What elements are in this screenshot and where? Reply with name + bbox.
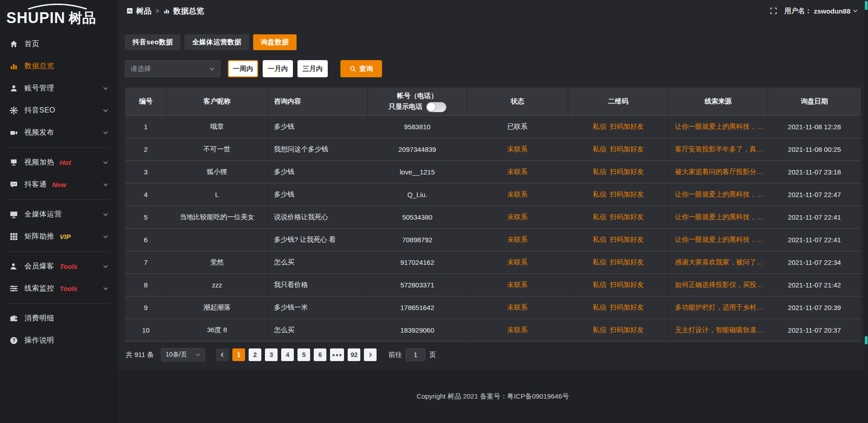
cell-content: 多少钱? 让我死心 看 (268, 229, 368, 251)
qr-action-link[interactable]: 私信 (593, 326, 606, 334)
qr-action-link[interactable]: 扫码加好友 (610, 213, 644, 221)
scrollbar-thumb[interactable] (865, 1, 868, 10)
page-button-1[interactable]: 1 (232, 348, 245, 361)
cell-status: 未联系 (467, 161, 568, 183)
filter-select[interactable]: 请选择 (125, 60, 221, 77)
cell-source[interactable]: 客厅安装投影半年多了，真实... (669, 138, 768, 161)
table-row: 4 L 多少钱 Q_Liu. 未联系 私信扫码加好友 让你一眼就爱上的黑科技，能… (125, 183, 861, 206)
goto-page-input[interactable] (406, 348, 425, 361)
period-button-week[interactable]: 一周内 (228, 60, 258, 77)
qr-action-link[interactable]: 扫码加好友 (610, 258, 644, 266)
sidebar-item-label: 消费明细 (24, 314, 54, 323)
user-menu[interactable]: 用户名：zswodun88 (784, 7, 858, 15)
cell-content: 怎么买 (268, 251, 368, 274)
phone-only-toggle[interactable] (426, 102, 446, 112)
home-icon (9, 40, 18, 49)
footer: Copyright 树品 2021 备案号：粤ICP备09019646号 (118, 370, 868, 423)
qr-action-link[interactable]: 扫码加好友 (610, 303, 644, 311)
cell-source[interactable]: 如何正确选择投影仪，买投影... (669, 274, 768, 296)
sidebar-item-account-manage[interactable]: 账号管理 (0, 77, 118, 99)
qr-action-link[interactable]: 扫码加好友 (610, 235, 644, 243)
sidebar-item-consume-detail[interactable]: 消费明细 (0, 307, 118, 329)
page-ellipsis-button[interactable]: ●●● (330, 348, 344, 361)
prev-page-button[interactable] (216, 348, 229, 361)
tab-media-operation-data[interactable]: 全媒体运营数据 (184, 34, 249, 50)
page-button-2[interactable]: 2 (249, 348, 261, 361)
cell-index: 7 (125, 251, 167, 274)
qr-action-link[interactable]: 扫码加好友 (610, 145, 644, 153)
sidebar-item-label: 视频加热 (24, 158, 54, 167)
qr-action-link[interactable]: 私信 (593, 190, 606, 198)
fullscreen-icon[interactable] (770, 7, 777, 14)
brand-logo[interactable]: SHUPIN 树品 (0, 0, 118, 28)
sidebar-item-home[interactable]: 首页 (0, 33, 118, 55)
sidebar-item-doukertong[interactable]: 抖客通New (0, 174, 118, 196)
cell-qrcode: 私信扫码加好友 (568, 229, 669, 251)
page-button-5[interactable]: 5 (297, 348, 310, 361)
page-size-select[interactable]: 10条/页 (161, 348, 205, 362)
scrollbar[interactable] (864, 0, 868, 423)
cell-source[interactable]: 被大家追着问的客厅投影分享... (669, 161, 768, 183)
tab-inquiry-data[interactable]: 询盘数据 (253, 34, 297, 50)
sidebar-item-clue-monitor[interactable]: 线索监控Tools (0, 277, 118, 300)
cell-source[interactable]: 无主灯设计，智能磁吸轨道灯... (669, 319, 768, 342)
qr-action-link[interactable]: 扫码加好友 (610, 168, 644, 175)
cell-qrcode: 私信扫码加好友 (568, 296, 669, 319)
cell-index: 4 (125, 183, 167, 206)
cell-source[interactable]: 感谢大家喜欢我家，被问了好... (669, 251, 768, 274)
page-button-4[interactable]: 4 (281, 348, 294, 361)
sidebar-item-matrix-boost[interactable]: 矩阵助推VIP (0, 226, 118, 248)
qr-action-link[interactable]: 私信 (593, 213, 606, 221)
sidebar-item-help[interactable]: ? 操作说明 (0, 329, 118, 352)
goto-suffix: 页 (429, 351, 436, 359)
cell-qrcode: 私信扫码加好友 (568, 183, 669, 206)
next-page-button[interactable] (364, 348, 377, 361)
qr-action-link[interactable]: 扫码加好友 (610, 190, 644, 198)
qr-action-link[interactable]: 私信 (593, 258, 606, 266)
page-button-92[interactable]: 92 (348, 348, 360, 361)
cell-qrcode: 私信扫码加好友 (568, 116, 669, 138)
qr-action-link[interactable]: 扫码加好友 (610, 122, 644, 130)
page-button-3[interactable]: 3 (265, 348, 278, 361)
cell-source[interactable]: 让你一眼就爱上的黑科技，能... (669, 229, 768, 251)
qr-action-link[interactable]: 私信 (593, 145, 606, 153)
cell-nickname: 不可一世 (167, 138, 268, 161)
cell-status: 未联系 (467, 229, 568, 251)
chevron-down-icon (103, 160, 108, 165)
qr-action-link[interactable]: 私信 (593, 235, 606, 243)
cell-nickname: zzz (167, 274, 268, 296)
period-button-quarter[interactable]: 三月内 (297, 60, 328, 77)
sidebar-item-douyin-seo[interactable]: 抖音SEO (0, 99, 118, 122)
cell-date: 2021-11-07 22:41 (768, 206, 861, 229)
tab-douyin-seo-data[interactable]: 抖音seo数据 (125, 34, 180, 50)
sidebar-item-video-heat[interactable]: 视频加热Hot (0, 151, 118, 174)
chat-icon (9, 180, 18, 189)
cell-source[interactable]: 让你一眼就爱上的黑科技，能... (669, 116, 768, 138)
qr-action-link[interactable]: 私信 (593, 122, 606, 130)
cell-index: 1 (125, 116, 167, 138)
cell-date: 2021-11-07 22:41 (768, 229, 861, 251)
sidebar-divider (7, 199, 110, 200)
period-button-month[interactable]: 一月内 (263, 60, 293, 77)
sidebar-item-media-operation[interactable]: 全媒体运营 (0, 203, 118, 226)
cell-content: 我想问这个多少钱 (268, 138, 368, 161)
page-button-6[interactable]: 6 (314, 348, 326, 361)
qr-action-link[interactable]: 私信 (593, 168, 606, 175)
cell-source[interactable]: 让你一眼就爱上的黑科技，能... (669, 183, 768, 206)
query-button[interactable]: 查询 (340, 60, 382, 77)
sidebar-item-video-publish[interactable]: 视频发布 (0, 122, 118, 144)
sidebar-item-member-baoke[interactable]: 会员爆客Tools (0, 255, 118, 277)
qr-action-link[interactable]: 私信 (593, 303, 606, 311)
qr-action-link[interactable]: 私信 (593, 281, 606, 288)
chevron-down-icon (103, 263, 108, 269)
cell-date: 2021-11-07 22:34 (768, 251, 861, 274)
cell-source[interactable]: 让你一眼就爱上的黑科技，能... (669, 206, 768, 229)
breadcrumb-root[interactable]: 树品 (136, 6, 151, 16)
main-area: 树品 > 数据总览 用户名：zswodun88 (118, 0, 868, 423)
cell-account: 178651642 (368, 296, 467, 319)
qr-action-link[interactable]: 扫码加好友 (610, 326, 644, 334)
table-row: 7 觉然 怎么买 917024162 未联系 私信扫码加好友 感谢大家喜欢我家，… (125, 251, 861, 274)
sidebar-item-data-overview[interactable]: 数据总览 (0, 55, 118, 77)
qr-action-link[interactable]: 扫码加好友 (610, 281, 644, 288)
cell-source[interactable]: 多功能护栏灯，适用于乡村文... (669, 296, 768, 319)
